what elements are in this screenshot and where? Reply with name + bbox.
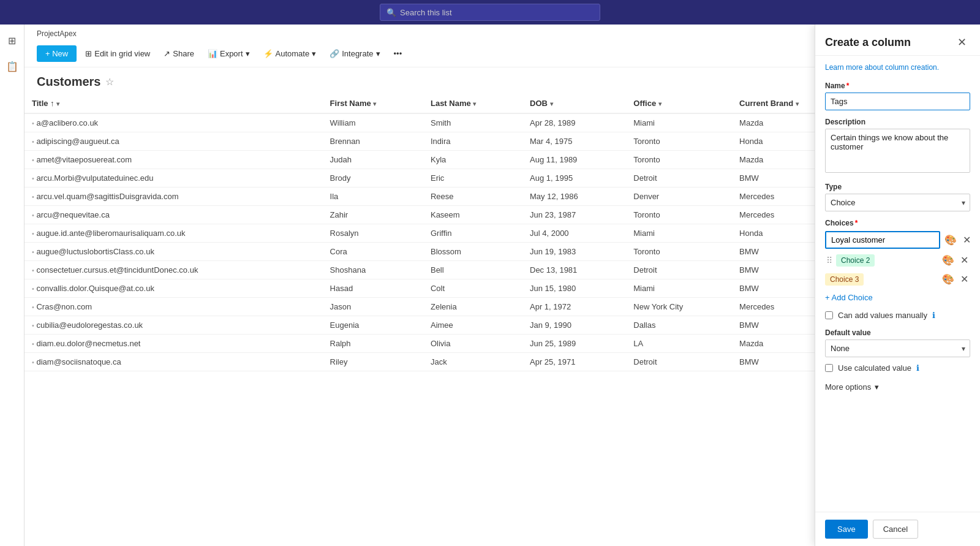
cell-lastname: Colt — [423, 279, 522, 298]
cell-office: Miami — [626, 224, 732, 243]
choice-color-btn-2[interactable]: 🎨 — [940, 252, 956, 268]
cell-title: • cubilia@eudoloregestas.co.uk — [24, 316, 323, 335]
cell-dob: Jun 15, 1980 — [522, 279, 626, 298]
share-icon: ↗ — [164, 49, 170, 58]
sidebar-icon-template[interactable]: 📋 — [2, 56, 22, 76]
sidebar-icon-home[interactable]: ⊞ — [2, 31, 22, 50]
choice-badge-2: Choice 2 — [836, 254, 875, 267]
cell-dob: Mar 4, 1975 — [522, 132, 626, 151]
panel-footer: Save Cancel — [815, 512, 980, 546]
col-lastname[interactable]: Last Name ▾ — [423, 94, 522, 113]
col-dob[interactable]: DOB ▾ — [522, 94, 626, 113]
cell-office: Toronto — [626, 206, 732, 224]
grid-icon: ⊞ — [85, 49, 92, 58]
cell-office: Toronto — [626, 243, 732, 261]
cell-title: • arcu.vel.quam@sagittisDuisgravida.com — [24, 188, 323, 206]
integrate-icon: 🔗 — [330, 49, 339, 58]
default-value-select[interactable]: None — [825, 339, 970, 357]
choice-remove-btn-3[interactable]: ✕ — [959, 271, 970, 287]
sidebar: ⊞ 📋 — [0, 25, 24, 546]
search-placeholder: Search this list — [400, 8, 452, 17]
use-calculated-label: Use calculated value — [838, 363, 911, 373]
name-label: Name* — [825, 82, 970, 90]
drag-handle-2[interactable]: ⠿ — [825, 254, 834, 267]
search-box[interactable]: 🔍 Search this list — [380, 4, 600, 21]
cell-office: Dallas — [626, 316, 732, 335]
cancel-button[interactable]: Cancel — [873, 520, 918, 539]
automate-icon: ⚡ — [263, 49, 273, 58]
cell-firstname: Hasad — [323, 279, 423, 298]
main-content: ProjectApex + New ⊞ Edit in grid view ↗ … — [24, 25, 980, 546]
cell-dob: Jun 19, 1983 — [522, 243, 626, 261]
panel-title: Create a column — [825, 36, 911, 49]
choice-input-1[interactable] — [825, 231, 940, 249]
cell-title: • augue.id.ante@liberomaurisaliquam.co.u… — [24, 224, 323, 243]
automate-button[interactable]: ⚡ Automate ▾ — [258, 46, 322, 61]
cell-title: • diam@sociisnatoque.ca — [24, 353, 323, 371]
col-title[interactable]: Title ↑ ▾ — [24, 94, 323, 113]
create-column-panel: Create a column ✕ Learn more about colum… — [815, 25, 980, 546]
cell-lastname: Reese — [423, 188, 522, 206]
cell-dob: Apr 28, 1989 — [522, 113, 626, 132]
use-calculated-info-icon: ℹ — [916, 363, 919, 373]
favorite-star-icon[interactable]: ☆ — [105, 76, 114, 88]
choice-remove-btn-1[interactable]: ✕ — [961, 232, 973, 248]
col-office[interactable]: Office ▾ — [626, 94, 732, 113]
col-firstname[interactable]: First Name ▾ — [323, 94, 423, 113]
type-select[interactable]: Choice Text Number Date Person Yes/No Hy… — [825, 194, 970, 211]
type-label: Type — [825, 183, 970, 191]
cell-office: Toronto — [626, 132, 732, 151]
choice-item-1: 🎨 ✕ — [825, 231, 970, 249]
cell-office: Detroit — [626, 261, 732, 279]
add-choice-button[interactable]: + Add Choice — [825, 290, 873, 305]
more-options-button[interactable]: More options ▾ — [825, 379, 879, 395]
cell-dob: Jun 25, 1989 — [522, 335, 626, 353]
cell-office: Denver — [626, 188, 732, 206]
cell-lastname: Jack — [423, 353, 522, 371]
cell-firstname: Brennan — [323, 132, 423, 151]
cell-firstname: Ralph — [323, 335, 423, 353]
cell-title: • diam.eu.dolor@necmetus.net — [24, 335, 323, 353]
cell-office: LA — [626, 335, 732, 353]
cell-firstname: Jason — [323, 298, 423, 316]
learn-more-link[interactable]: Learn more about column creation. — [825, 63, 970, 72]
choice-color-btn-3[interactable]: 🎨 — [940, 271, 956, 287]
more-options-chevron-icon: ▾ — [875, 382, 879, 392]
new-button[interactable]: + New — [37, 45, 77, 62]
cell-office: Miami — [626, 113, 732, 132]
save-button[interactable]: Save — [825, 520, 868, 539]
cell-office: Toronto — [626, 151, 732, 169]
automate-chevron: ▾ — [312, 49, 316, 58]
can-add-manually-label: Can add values manually — [838, 311, 927, 320]
name-required: * — [846, 82, 850, 90]
cell-firstname: Rosalyn — [323, 224, 423, 243]
export-button[interactable]: 📊 Export ▾ — [203, 46, 255, 61]
choice-badge-3: Choice 3 — [825, 273, 864, 286]
cell-lastname: Kaseem — [423, 206, 522, 224]
can-add-manually-checkbox[interactable] — [825, 311, 833, 319]
export-icon: 📊 — [208, 49, 217, 58]
choice-color-btn-1[interactable]: 🎨 — [943, 232, 959, 248]
cell-dob: Apr 1, 1972 — [522, 298, 626, 316]
default-value-select-wrapper: None ▾ — [825, 339, 970, 357]
cell-firstname: Ila — [323, 188, 423, 206]
cell-lastname: Smith — [423, 113, 522, 132]
name-input[interactable] — [825, 93, 970, 110]
cell-title: • arcu@nequevitae.ca — [24, 206, 323, 224]
cell-firstname: Judah — [323, 151, 423, 169]
cell-dob: Jul 4, 2000 — [522, 224, 626, 243]
integrate-button[interactable]: 🔗 Integrate ▾ — [325, 46, 385, 61]
cell-title: • convallis.dolor.Quisque@at.co.uk — [24, 279, 323, 298]
cell-firstname: William — [323, 113, 423, 132]
use-calculated-row: Use calculated value ℹ — [825, 363, 970, 373]
close-panel-button[interactable]: ✕ — [954, 34, 970, 50]
edit-grid-button[interactable]: ⊞ Edit in grid view — [80, 46, 155, 61]
more-toolbar-button[interactable]: ••• — [389, 46, 407, 61]
description-label: Description — [825, 118, 970, 126]
share-button[interactable]: ↗ Share — [159, 46, 199, 61]
description-textarea[interactable]: Certain things we know about the custome… — [825, 129, 970, 173]
use-calculated-checkbox[interactable] — [825, 364, 833, 372]
cell-lastname: Griffin — [423, 224, 522, 243]
choice-remove-btn-2[interactable]: ✕ — [959, 252, 970, 268]
search-icon: 🔍 — [386, 8, 396, 17]
